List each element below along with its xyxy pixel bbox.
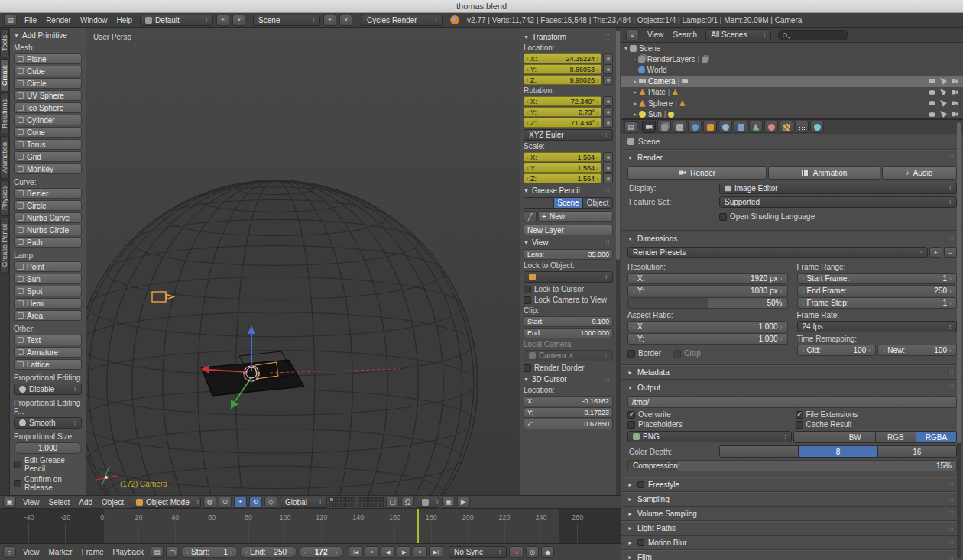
lock-icon[interactable]: [603, 53, 613, 63]
lock-icon[interactable]: [603, 152, 613, 162]
aspect-field[interactable]: Y:1.000: [627, 333, 788, 345]
cursor-panel-header[interactable]: ▼ 3D Cursor: [524, 375, 613, 384]
editor-type-icon[interactable]: ▤: [624, 121, 637, 133]
lock-time-icon[interactable]: ▢: [166, 546, 179, 558]
add-primitive-button[interactable]: Sun: [14, 274, 82, 284]
collapsed-panel-header[interactable]: ► Light Paths: [627, 522, 957, 535]
add-primitive-button[interactable]: Grid: [14, 151, 82, 162]
transform-orientation-dropdown[interactable]: Global: [280, 497, 327, 508]
collapsed-panel-header[interactable]: ► Freestyle: [627, 478, 957, 491]
add-layout-button[interactable]: +: [216, 15, 229, 26]
properties-scrollbar[interactable]: [957, 120, 961, 558]
dimensions-panel-header[interactable]: ▼ Dimensions: [627, 232, 957, 245]
animation-button[interactable]: Animation: [768, 166, 880, 180]
cursor-location-field[interactable]: Y:-0.17023: [524, 407, 613, 418]
menu-item[interactable]: Select: [44, 498, 75, 507]
panel-expand-icon[interactable]: ►: [627, 482, 634, 487]
proportional-editing-dropdown[interactable]: Disable: [14, 384, 82, 395]
timeline-ruler[interactable]: -40-200204060801001201401601802002202402…: [0, 509, 621, 544]
toolshelf-tab[interactable]: Animation: [0, 136, 9, 179]
panel-expand-icon[interactable]: ▼: [524, 240, 530, 245]
scale-field[interactable]: Y:1.564: [524, 163, 601, 173]
add-primitive-button[interactable]: Nurbs Curve: [14, 212, 82, 223]
panel-drag-icon[interactable]: [605, 376, 613, 383]
layers-group-2[interactable]: [358, 497, 384, 507]
frame-field[interactable]: Frame Step:1: [797, 297, 958, 309]
visibility-toggle-icon[interactable]: [929, 112, 935, 117]
panel-drag-icon[interactable]: [949, 510, 957, 517]
add-primitive-button[interactable]: Area: [14, 310, 82, 321]
gp-source-tab[interactable]: Scene: [554, 198, 584, 208]
add-primitive-button[interactable]: Text: [14, 335, 82, 345]
scene-dropdown[interactable]: Scene: [253, 15, 320, 26]
checkbox-box[interactable]: [627, 411, 635, 419]
properties-tab[interactable]: [657, 121, 671, 133]
toolshelf-tab[interactable]: Create: [0, 59, 9, 92]
snap-magnet-icon[interactable]: Ω: [401, 497, 414, 508]
collapsed-panel-header[interactable]: ► Sampling: [627, 493, 957, 506]
panel-drag-icon[interactable]: [605, 34, 613, 40]
renderability-toggle-icon[interactable]: [952, 100, 958, 107]
menu-item[interactable]: Object: [97, 498, 128, 507]
panel-drag-icon[interactable]: [949, 554, 957, 560]
rotation-field[interactable]: X:72.349°: [524, 96, 601, 106]
panel-expand-icon[interactable]: ►: [627, 555, 634, 560]
checkbox-box[interactable]: [524, 364, 531, 372]
add-primitive-button[interactable]: Plane: [14, 53, 82, 64]
menu-item[interactable]: Frame: [77, 548, 109, 556]
gp-new-button[interactable]: + New: [538, 211, 613, 222]
clip-start-field[interactable]: Start: 0.100: [524, 316, 613, 327]
editor-type-icon[interactable]: ○: [3, 546, 16, 558]
lock-to-cursor-checkbox[interactable]: Lock to Cursor: [524, 285, 613, 293]
add-primitive-button[interactable]: Point: [14, 261, 82, 272]
panel-drag-icon[interactable]: [949, 369, 957, 376]
add-preset-button[interactable]: +: [929, 247, 942, 258]
panel-checkbox[interactable]: [637, 481, 644, 488]
collapsed-panel-header[interactable]: ► Film: [627, 551, 957, 560]
frame-field[interactable]: End Frame:250: [797, 285, 958, 296]
add-primitive-button[interactable]: Cylinder: [14, 115, 82, 125]
outliner-row[interactable]: ▸ Plate |: [621, 87, 963, 98]
panel-expand-icon[interactable]: ▼: [627, 385, 634, 390]
panel-checkbox[interactable]: [637, 539, 644, 546]
lock-icon[interactable]: [603, 64, 613, 74]
checkbox-box[interactable]: [627, 350, 635, 358]
panel-expand-icon[interactable]: ►: [627, 511, 634, 516]
collapsed-panel-header[interactable]: ► Volume Sampling: [627, 507, 957, 520]
aspect-field[interactable]: X:1.000: [627, 321, 788, 332]
add-scene-button[interactable]: +: [323, 15, 336, 26]
toolshelf-tab[interactable]: Relations: [0, 93, 9, 134]
npanel-scrollbar[interactable]: [616, 28, 620, 495]
render-button[interactable]: Render: [627, 166, 767, 180]
scale-field[interactable]: Z:1.564: [524, 173, 601, 183]
snap-element-dropdown[interactable]: [417, 497, 439, 508]
add-primitive-button[interactable]: Cube: [14, 66, 82, 76]
location-field[interactable]: Y:-8.86053: [524, 64, 601, 74]
checkbox-box[interactable]: [524, 296, 531, 304]
expand-icon[interactable]: ▸: [621, 100, 637, 107]
layers-group-1[interactable]: [329, 497, 355, 507]
add-primitive-button[interactable]: Lattice: [14, 359, 82, 370]
toolshelf-checkbox[interactable]: Confirm on Release: [14, 475, 82, 492]
panel-expand-icon[interactable]: ▼: [524, 188, 530, 193]
render-presets-dropdown[interactable]: Render Presets: [627, 247, 928, 258]
add-primitive-button[interactable]: Circle: [14, 200, 82, 211]
menu-item[interactable]: Search: [669, 31, 702, 39]
feature-set-dropdown[interactable]: Supported: [719, 196, 957, 208]
gp-source-tab[interactable]: Object: [583, 198, 612, 208]
selectability-toggle-icon[interactable]: [940, 111, 947, 118]
panel-drag-icon[interactable]: [949, 384, 957, 391]
add-primitive-button[interactable]: Hemi: [14, 298, 82, 309]
cursor-location-field[interactable]: Z:0.67850: [524, 419, 613, 429]
record-button[interactable]: ●: [509, 546, 524, 558]
menu-item[interactable]: Window: [76, 16, 112, 24]
visibility-toggle-icon[interactable]: [929, 101, 935, 105]
delete-scene-button[interactable]: ×: [339, 15, 352, 26]
proportional-falloff-dropdown[interactable]: Smooth: [14, 417, 82, 429]
remap-field[interactable]: New:100: [877, 345, 957, 356]
outliner-scope-dropdown[interactable]: All Scenes: [705, 29, 771, 40]
expand-icon[interactable]: ▸: [621, 89, 637, 95]
add-primitive-button[interactable]: Nurbs Circle: [14, 225, 82, 235]
properties-tab[interactable]: [764, 121, 778, 133]
lock-icon[interactable]: ▢: [386, 497, 399, 508]
